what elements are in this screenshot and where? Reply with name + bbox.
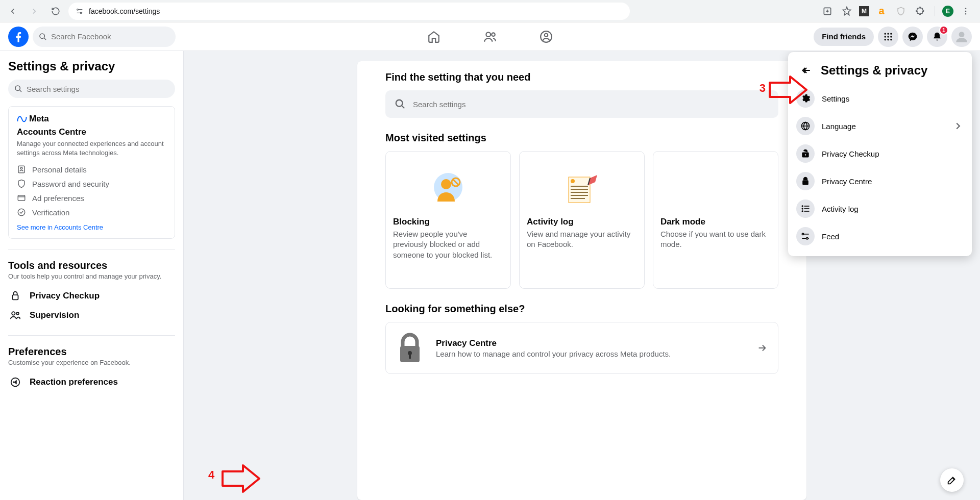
svg-rect-46 [804,208,810,209]
accounts-centre-card[interactable]: Meta Accounts Centre Manage your connect… [8,106,175,239]
friends-tab-icon[interactable] [477,24,503,49]
svg-point-18 [887,39,889,40]
divider [8,335,175,336]
accounts-centre-desc: Manage your connected experiences and ac… [17,139,166,157]
svg-point-16 [890,36,892,37]
home-tab-icon[interactable] [421,24,447,49]
dd-item-language[interactable]: Language [792,112,968,140]
content-search-input[interactable] [413,100,769,109]
ext-m-icon[interactable]: M [859,6,869,16]
svg-rect-38 [409,354,411,359]
card-activity-log[interactable]: Activity log View and manage your activi… [519,151,645,289]
svg-rect-24 [18,195,25,201]
ext-a-icon[interactable]: a [874,4,889,18]
accounts-centre-link[interactable]: See more in Accounts Centre [17,223,166,231]
svg-rect-41 [802,180,808,185]
sidebar: Settings & privacy Meta Accounts Centre … [0,51,184,500]
dd-item-activity-log[interactable]: Activity log [792,195,968,222]
svg-point-17 [885,39,886,40]
extensions-icon[interactable] [913,4,927,18]
accounts-centre-title: Accounts Centre [17,127,166,137]
card-dark-mode[interactable]: Dark mode Choose if you want to use dark… [653,151,778,289]
annotation-arrow-4 [222,464,260,493]
annotation-4: 4 [208,468,214,482]
svg-point-11 [885,33,886,34]
svg-point-23 [20,167,22,169]
profile-avatar-button[interactable] [951,27,972,47]
dd-item-feed[interactable]: Feed [792,222,968,250]
divider [8,249,175,249]
svg-rect-26 [13,295,18,299]
svg-point-32 [441,179,451,189]
most-visited-heading: Most visited settings [385,132,778,144]
dd-item-privacy-centre[interactable]: Privacy Centre [792,167,968,195]
nav-back-button[interactable] [4,3,21,20]
notifications-button[interactable]: 1 [927,27,947,47]
svg-point-13 [890,33,892,34]
sidebar-item-supervision[interactable]: Supervision [8,306,175,325]
ac-row-personal[interactable]: Personal details [17,162,166,177]
svg-point-8 [492,33,495,36]
sidebar-item-privacy-checkup[interactable]: Privacy Checkup [8,286,175,306]
ac-row-verification[interactable]: Verification [17,205,166,219]
browser-menu-icon[interactable] [959,4,973,18]
sidebar-search-input[interactable] [27,85,169,93]
url-bar[interactable]: facebook.com/settings [68,3,630,20]
install-app-icon[interactable] [820,4,835,18]
chevron-right-icon [952,120,964,132]
sidebar-title: Settings & privacy [8,59,175,73]
svg-point-44 [802,210,803,212]
dd-item-settings[interactable]: Settings [792,85,968,112]
sidebar-search[interactable] [8,80,175,98]
annotation-arrow-3 [769,76,807,104]
tools-title: Tools and resources [8,260,175,271]
ac-row-password[interactable]: Password and security [17,177,166,191]
dd-item-privacy-checkup[interactable]: Privacy Checkup [792,140,968,167]
blocking-icon [393,161,503,217]
svg-point-25 [18,209,25,216]
notification-badge: 1 [939,26,948,35]
lock-open-icon [796,144,815,163]
arrow-right-icon [756,342,768,354]
svg-point-3 [965,8,967,9]
find-friends-button[interactable]: Find friends [814,28,874,46]
dropdown-title: Settings & privacy [821,63,927,78]
content-heading: Find the setting that you need [385,71,778,83]
globe-icon [796,117,815,135]
fb-search-input[interactable] [51,32,169,41]
privacy-centre-card[interactable]: Privacy Centre Learn how to manage and c… [385,322,778,374]
groups-tab-icon[interactable] [533,24,559,49]
ext-shield-icon[interactable] [894,4,908,18]
svg-point-40 [805,154,806,156]
svg-point-27 [12,312,15,315]
settings-privacy-dropdown: Settings & privacy Settings Language Pri… [788,52,972,256]
tools-sub: Our tools help you control and manage yo… [8,272,175,280]
sidebar-item-reaction-prefs[interactable]: Reaction preferences [8,372,175,392]
nav-reload-button[interactable] [47,3,64,20]
list-icon [796,199,815,218]
browser-profile-badge[interactable]: E [942,6,953,17]
svg-point-7 [486,32,491,37]
svg-point-48 [802,233,803,235]
prefs-sub: Customise your experience on Facebook. [8,359,175,366]
feed-icon [796,227,815,245]
svg-point-21 [15,86,20,90]
svg-point-5 [965,13,967,14]
facebook-logo[interactable] [8,27,29,47]
content-search[interactable] [385,90,778,118]
svg-rect-47 [804,211,810,212]
svg-point-6 [40,34,44,38]
svg-point-42 [802,205,803,207]
menu-grid-button[interactable] [878,27,898,47]
search-icon [395,98,406,110]
nav-forward-button[interactable] [26,3,43,20]
ac-row-ads[interactable]: Ad preferences [17,191,166,205]
edit-fab[interactable] [940,468,964,492]
activity-log-icon [527,161,637,217]
site-settings-icon [76,7,84,15]
fb-search[interactable] [33,27,176,47]
else-heading: Looking for something else? [385,303,778,315]
card-blocking[interactable]: Blocking Review people you've previously… [385,151,511,289]
messenger-button[interactable] [902,27,923,47]
bookmark-star-icon[interactable] [840,4,854,18]
